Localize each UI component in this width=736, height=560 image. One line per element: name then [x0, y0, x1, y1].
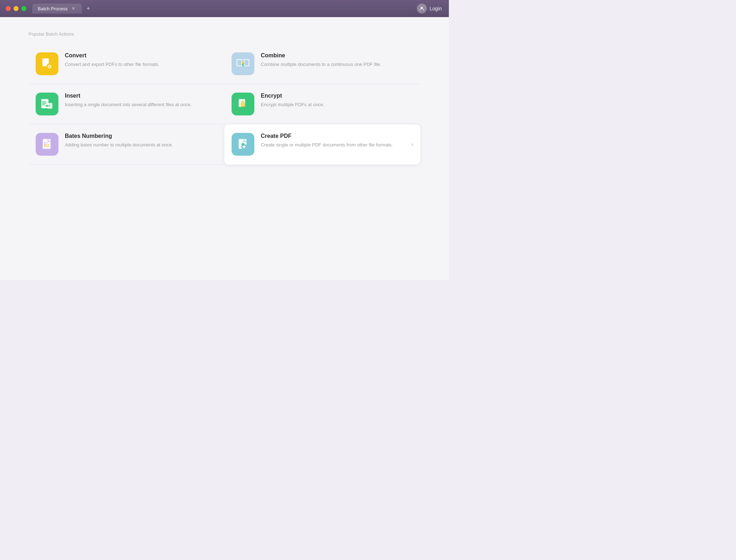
encrypt-desc: Encrypt multiple PDFs at once. — [261, 101, 413, 108]
svg-point-4 — [46, 63, 53, 70]
login-label: Login — [430, 6, 442, 11]
action-item-encrypt[interactable]: Encrypt Encrypt multiple PDFs at once. — [224, 84, 420, 124]
avatar — [417, 4, 427, 14]
batch-process-tab[interactable]: Batch Process ✕ — [32, 4, 82, 14]
action-item-create-pdf[interactable]: Create PDF Create single or multiple PDF… — [224, 124, 420, 165]
chevron-right-icon: › — [411, 141, 413, 148]
insert-title: Insert — [65, 93, 217, 99]
encrypt-text: Encrypt Encrypt multiple PDFs at once. — [261, 93, 413, 108]
main-content: Popular Batch Actions — [0, 17, 449, 280]
bates-icon-bg: 012 — [36, 133, 58, 156]
tab-title: Batch Process — [38, 6, 68, 11]
encrypt-title: Encrypt — [261, 93, 413, 99]
svg-rect-11 — [42, 103, 46, 104]
create-pdf-title: Create PDF — [261, 133, 402, 139]
new-tab-button[interactable]: + — [83, 4, 93, 14]
insert-icon-bg — [36, 93, 58, 115]
create-pdf-text: Create PDF Create single or multiple PDF… — [261, 133, 402, 149]
action-item-combine[interactable]: Combine Combine multiple documents to a … — [224, 44, 420, 84]
svg-text:012: 012 — [44, 144, 50, 147]
svg-rect-22 — [44, 144, 47, 144]
encrypt-icon-bg — [232, 93, 254, 115]
convert-title: Convert — [65, 52, 217, 59]
actions-grid: Convert Convert and export PDFs to other… — [28, 44, 420, 165]
combine-icon-bg — [232, 52, 254, 75]
insert-desc: Inserting a single document into several… — [65, 101, 217, 108]
svg-rect-18 — [243, 105, 243, 106]
action-item-bates[interactable]: 012 Bates Numbering Adding bates number … — [28, 124, 224, 165]
svg-rect-8 — [244, 60, 249, 66]
svg-rect-12 — [42, 104, 45, 105]
login-area[interactable]: Login — [417, 4, 442, 14]
create-pdf-icon-bg — [232, 133, 254, 156]
convert-desc: Convert and export PDFs to other file fo… — [65, 61, 217, 68]
svg-rect-10 — [42, 102, 46, 102]
section-title: Popular Batch Actions — [28, 31, 420, 37]
insert-text: Insert Inserting a single document into … — [65, 93, 217, 108]
action-item-insert[interactable]: Insert Inserting a single document into … — [28, 84, 224, 124]
maximize-button[interactable] — [21, 6, 26, 11]
combine-text: Combine Combine multiple documents to a … — [261, 52, 413, 68]
bates-text: Bates Numbering Adding bates number to m… — [65, 133, 217, 149]
action-item-convert[interactable]: Convert Convert and export PDFs to other… — [28, 44, 224, 84]
tab-close-icon[interactable]: ✕ — [71, 6, 76, 11]
convert-text: Convert Convert and export PDFs to other… — [65, 52, 217, 68]
tab-area: Batch Process ✕ + — [32, 4, 93, 14]
bates-desc: Adding bates number to multiple document… — [65, 141, 217, 149]
combine-desc: Combine multiple documents to a continuo… — [261, 61, 413, 68]
create-pdf-desc: Create single or multiple PDF documents … — [261, 141, 402, 149]
combine-title: Combine — [261, 52, 413, 59]
close-button[interactable] — [6, 6, 11, 11]
traffic-lights — [6, 6, 26, 11]
titlebar: Batch Process ✕ + Login — [0, 0, 449, 17]
svg-rect-21 — [44, 142, 48, 143]
svg-rect-6 — [237, 60, 242, 66]
bates-title: Bates Numbering — [65, 133, 217, 139]
convert-icon-bg — [36, 52, 58, 75]
minimize-button[interactable] — [14, 6, 19, 11]
